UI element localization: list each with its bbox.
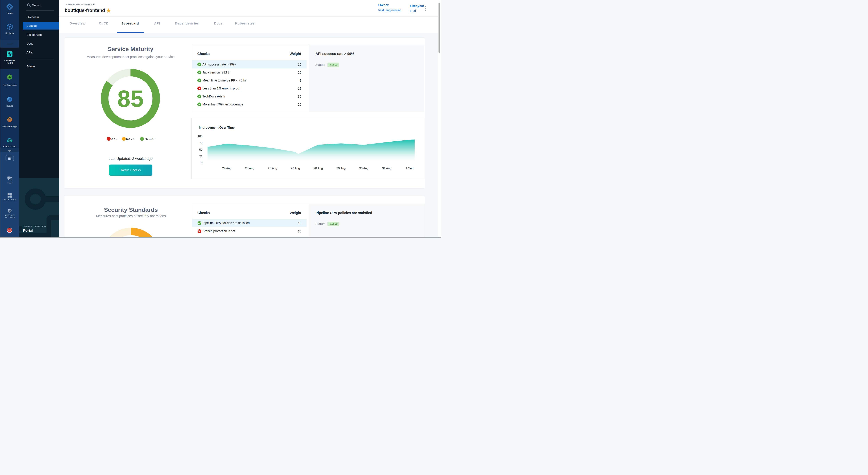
svg-text:100: 100 bbox=[197, 135, 203, 138]
svg-text:26 Aug: 26 Aug bbox=[268, 167, 277, 170]
svg-text:0: 0 bbox=[201, 161, 203, 165]
svg-text:?: ? bbox=[8, 176, 10, 179]
svg-text:85: 85 bbox=[117, 86, 144, 112]
svg-text:27 Aug: 27 Aug bbox=[291, 167, 300, 170]
svg-text:31 Aug: 31 Aug bbox=[382, 167, 391, 170]
svg-text:50: 50 bbox=[199, 148, 203, 151]
svg-text:29 Aug: 29 Aug bbox=[336, 167, 346, 170]
svg-text:75: 75 bbox=[199, 141, 203, 145]
svg-text:28 Aug: 28 Aug bbox=[313, 167, 323, 170]
svg-text:Improvement Over Time: Improvement Over Time bbox=[199, 126, 235, 129]
svg-text:24 Aug: 24 Aug bbox=[222, 167, 231, 170]
svg-text:30 Aug: 30 Aug bbox=[359, 167, 369, 170]
svg-text:$: $ bbox=[9, 139, 10, 142]
svg-text:25: 25 bbox=[199, 155, 203, 158]
svg-text:1 Sep: 1 Sep bbox=[406, 167, 413, 170]
svg-text:25 Aug: 25 Aug bbox=[245, 167, 254, 170]
